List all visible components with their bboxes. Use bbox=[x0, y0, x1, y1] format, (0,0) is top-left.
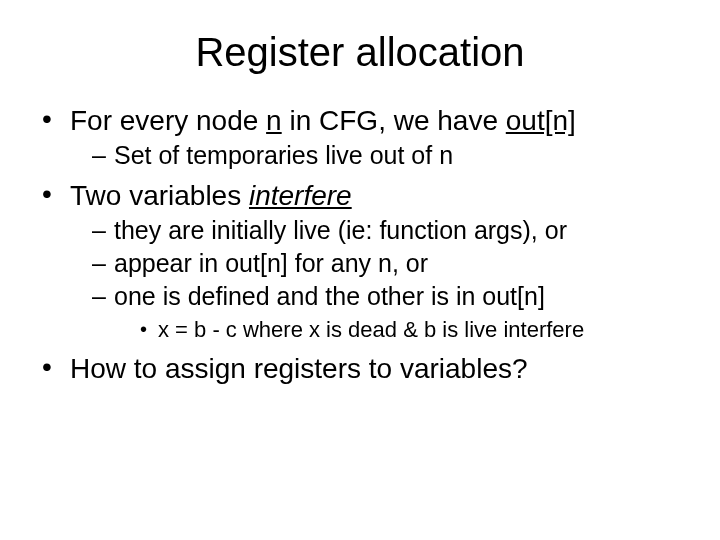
slide: Register allocation For every node n in … bbox=[0, 0, 720, 540]
sublist: Set of temporaries live out of n bbox=[92, 141, 688, 170]
bullet-3: How to assign registers to variables? bbox=[42, 353, 688, 385]
text: one is defined and the other is in out[n… bbox=[114, 282, 545, 310]
text: For every node bbox=[70, 105, 266, 136]
underline-outn: out[n] bbox=[506, 105, 576, 136]
bullet-1: For every node n in CFG, we have out[n] … bbox=[42, 105, 688, 170]
bullet-list: For every node n in CFG, we have out[n] … bbox=[42, 105, 688, 385]
subsub-bullet: x = b - c where x is dead & b is live in… bbox=[140, 317, 688, 343]
sublist: they are initially live (ie: function ar… bbox=[92, 216, 688, 343]
slide-title: Register allocation bbox=[32, 30, 688, 75]
subsublist: x = b - c where x is dead & b is live in… bbox=[140, 317, 688, 343]
sub-bullet: appear in out[n] for any n, or bbox=[92, 249, 688, 278]
text: Two variables bbox=[70, 180, 249, 211]
sub-bullet: Set of temporaries live out of n bbox=[92, 141, 688, 170]
underline-n: n bbox=[266, 105, 282, 136]
bullet-2: Two variables interfere they are initial… bbox=[42, 180, 688, 343]
text: in CFG, we have bbox=[282, 105, 506, 136]
underline-italic-interfere: interfere bbox=[249, 180, 352, 211]
sub-bullet: one is defined and the other is in out[n… bbox=[92, 282, 688, 343]
sub-bullet: they are initially live (ie: function ar… bbox=[92, 216, 688, 245]
